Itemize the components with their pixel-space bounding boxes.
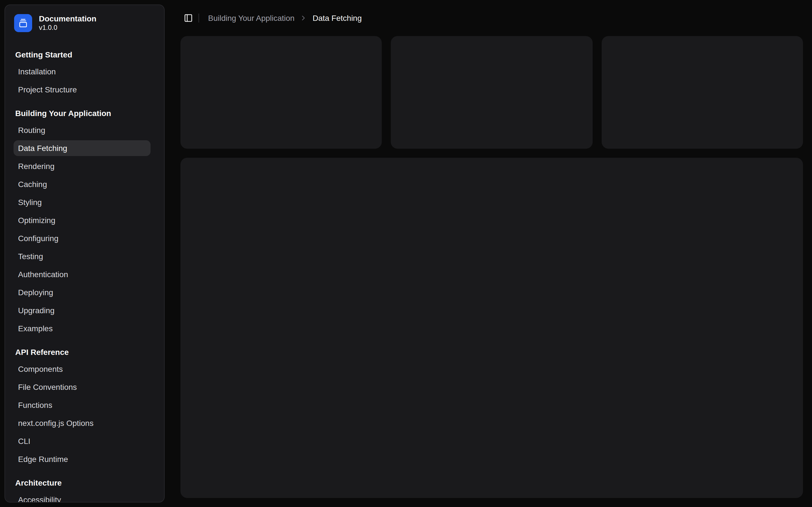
content-area [181, 36, 803, 498]
chevron-right-icon [300, 14, 308, 22]
sidebar-item-routing[interactable]: Routing [13, 122, 151, 138]
sidebar-item-configuring[interactable]: Configuring [13, 230, 151, 246]
sidebar-item-next-config-js-options[interactable]: next.config.js Options [13, 415, 151, 431]
sidebar-item-project-structure[interactable]: Project Structure [13, 82, 151, 98]
sidebar-toggle-button[interactable] [181, 10, 196, 26]
sidebar-item-cli[interactable]: CLI [13, 433, 151, 449]
sidebar-item-examples[interactable]: Examples [13, 321, 151, 336]
sidebar-item-data-fetching[interactable]: Data Fetching [13, 140, 151, 156]
sidebar-header-titles: Documentation v1.0.0 [39, 14, 96, 32]
sidebar: Documentation v1.0.0 Getting Started Ins… [4, 4, 165, 503]
sidebar-item-accessibility[interactable]: Accessibility [13, 492, 151, 503]
placeholder-card [181, 36, 382, 149]
sidebar-item-deploying[interactable]: Deploying [13, 284, 151, 300]
sidebar-group-label-building-your-application[interactable]: Building Your Application [10, 104, 160, 122]
panel-left-icon [184, 13, 193, 22]
placeholder-card [601, 36, 803, 149]
breadcrumb: Building Your Application Data Fetching [208, 13, 362, 22]
sidebar-item-rendering[interactable]: Rendering [13, 158, 151, 174]
sidebar-menu: InstallationProject Structure [13, 64, 151, 98]
sidebar-menu: RoutingData FetchingRenderingCachingStyl… [13, 122, 151, 336]
breadcrumb-link-parent[interactable]: Building Your Application [208, 13, 295, 22]
gallery-vertical-end-icon [14, 14, 32, 32]
sidebar-group-label-architecture[interactable]: Architecture [10, 474, 160, 492]
sidebar-group: API Reference ComponentsFile Conventions… [10, 343, 160, 469]
sidebar-nav: Getting Started InstallationProject Stru… [10, 46, 160, 503]
sidebar-item-functions[interactable]: Functions [13, 397, 151, 413]
sidebar-group: Architecture Accessibility [10, 474, 160, 503]
sidebar-item-authentication[interactable]: Authentication [13, 267, 151, 282]
breadcrumb-current: Data Fetching [313, 13, 362, 22]
sidebar-item-styling[interactable]: Styling [13, 194, 151, 210]
sidebar-group: Getting Started InstallationProject Stru… [10, 46, 160, 100]
sidebar-item-edge-runtime[interactable]: Edge Runtime [13, 451, 151, 467]
placeholder-cards-row [181, 36, 803, 149]
sidebar-item-file-conventions[interactable]: File Conventions [13, 379, 151, 395]
app-version: v1.0.0 [39, 24, 96, 32]
content-placeholder [181, 158, 803, 498]
topbar: Building Your Application Data Fetching [181, 0, 803, 36]
sidebar-header-button[interactable]: Documentation v1.0.0 [10, 10, 160, 37]
sidebar-item-testing[interactable]: Testing [13, 248, 151, 264]
sidebar-group-label-api-reference[interactable]: API Reference [10, 343, 160, 361]
sidebar-item-optimizing[interactable]: Optimizing [13, 212, 151, 228]
app-root: Documentation v1.0.0 Getting Started Ins… [0, 0, 812, 507]
sidebar-item-installation[interactable]: Installation [13, 64, 151, 79]
sidebar-item-components[interactable]: Components [13, 361, 151, 377]
vertical-divider [199, 13, 199, 22]
sidebar-menu: Accessibility [13, 492, 151, 503]
sidebar-group: Building Your Application RoutingData Fe… [10, 104, 160, 339]
app-title: Documentation [39, 14, 96, 23]
main-content: Building Your Application Data Fetching [171, 0, 812, 507]
sidebar-item-upgrading[interactable]: Upgrading [13, 302, 151, 318]
placeholder-card [391, 36, 593, 149]
sidebar-item-caching[interactable]: Caching [13, 176, 151, 192]
sidebar-menu: ComponentsFile ConventionsFunctionsnext.… [13, 361, 151, 467]
sidebar-group-label-getting-started[interactable]: Getting Started [10, 46, 160, 64]
